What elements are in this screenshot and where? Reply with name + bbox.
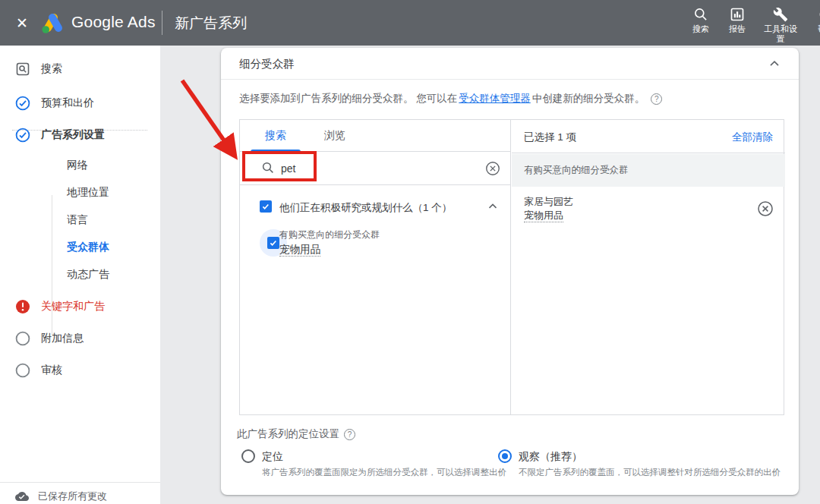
- selected-section-label: 有购买意向的细分受众群: [524, 164, 629, 177]
- sidebar-step-label: 广告系列设置: [41, 128, 105, 142]
- topbar-search-button[interactable]: 搜索: [681, 7, 721, 34]
- close-icon: ✕: [16, 14, 28, 32]
- topbar-search-label: 搜索: [692, 24, 709, 34]
- sidebar-step-label: 审核: [41, 364, 62, 377]
- group-checkbox[interactable]: [260, 200, 272, 213]
- chevron-up-icon: [486, 200, 500, 213]
- empty-circle-icon: [15, 331, 30, 346]
- subitem-label: 语言: [67, 213, 88, 227]
- description-prefix: 选择要添加到广告系列的细分受众群。 您可以在: [239, 92, 457, 106]
- picker-tabs: 搜索 浏览: [240, 120, 510, 152]
- result-item-category: 有购买意向的细分受众群: [279, 228, 380, 241]
- tab-label: 搜索: [265, 129, 286, 143]
- google-ads-logo-icon: [39, 11, 67, 34]
- help-icon[interactable]: ?: [651, 93, 662, 105]
- google-ads-logo: [39, 11, 67, 36]
- clear-all-button[interactable]: 全部清除: [732, 131, 773, 144]
- card-description: 选择要添加到广告系列的细分受众群。 您可以在受众群体管理器中创建新的细分受众群。…: [239, 92, 662, 106]
- help-glyph: ?: [348, 430, 352, 439]
- sidebar-step-campaign-settings[interactable]: 广告系列设置: [15, 125, 105, 145]
- sidebar-item-search[interactable]: 搜索: [15, 59, 62, 79]
- brand-name: Google Ads: [71, 13, 156, 31]
- audience-segments-card: 细分受众群 选择要添加到广告系列的细分受众群。 您可以在受众群体管理器中创建新的…: [221, 48, 799, 495]
- reports-icon: [730, 7, 745, 22]
- subitem-label: 动态广告: [67, 268, 109, 282]
- empty-circle-icon: [15, 363, 30, 378]
- selected-item-name[interactable]: 宠物用品: [524, 209, 563, 222]
- tab-browse[interactable]: 浏览: [310, 120, 360, 152]
- sidebar-step-budget[interactable]: 预算和出价: [15, 93, 94, 113]
- boxed-search-icon: [15, 61, 30, 77]
- audience-search-input[interactable]: [279, 159, 416, 178]
- check-circle-icon: [15, 128, 30, 143]
- sidebar-step-label: 预算和出价: [41, 96, 94, 110]
- group-collapse-button[interactable]: [486, 200, 500, 213]
- picker-right-column: 已选择 1 项 全部清除 有购买意向的细分受众群 家居与园艺 宠物用品: [512, 120, 785, 414]
- clear-search-button[interactable]: [484, 160, 501, 177]
- sidebar-step-keywords-ads[interactable]: 关键字和广告: [15, 297, 105, 317]
- subitem-label: 地理位置: [67, 186, 109, 200]
- sidebar-subitem-languages[interactable]: 语言: [67, 211, 88, 229]
- selected-header: 已选择 1 项 全部清除: [512, 120, 785, 153]
- check-circle-icon: [15, 96, 30, 111]
- circle-x-icon: [756, 200, 774, 218]
- radio-targeting[interactable]: [241, 449, 255, 463]
- description-suffix: 中创建新的细分受众群。: [532, 92, 645, 106]
- result-item-row[interactable]: 有购买意向的细分受众群 宠物用品: [248, 225, 506, 261]
- picker-left-column: 搜索 浏览: [240, 120, 511, 414]
- group-label: 他们正在积极研究或规划什么（1 个）: [279, 201, 452, 215]
- search-icon: [693, 7, 708, 22]
- result-group-row: 他们正在积极研究或规划什么（1 个）: [240, 194, 510, 220]
- sidebar-subitem-dynamic-ads[interactable]: 动态广告: [67, 266, 109, 284]
- search-row: [240, 152, 510, 185]
- card-header: 细分受众群: [221, 48, 799, 80]
- cloud-done-icon: [15, 490, 29, 503]
- remove-selected-button[interactable]: [756, 200, 774, 218]
- circle-x-icon: [484, 160, 501, 177]
- option-description: 不限定广告系列的覆盖面，可以选择调整针对所选细分受众群的出价: [519, 467, 781, 478]
- selected-item-text: 家居与园艺 宠物用品: [524, 195, 573, 222]
- topbar-reports-label: 报告: [729, 24, 746, 34]
- collapse-button[interactable]: [767, 56, 782, 71]
- chevron-up-icon: [767, 56, 782, 71]
- search-icon: [261, 161, 275, 175]
- save-status: 已保存所有更改: [15, 490, 107, 503]
- help-icon[interactable]: ?: [344, 429, 355, 440]
- result-item-name[interactable]: 宠物用品: [279, 244, 320, 257]
- item-checkbox[interactable]: [267, 237, 279, 249]
- topbar-reports-button[interactable]: 报告: [718, 7, 757, 34]
- top-app-bar: ✕ Google Ads 新广告系列 搜索 报告 工具和设置: [0, 0, 820, 46]
- topbar-help-button[interactable]: ? 帮助: [806, 7, 820, 34]
- checkmark-icon: [261, 202, 270, 211]
- radio-observation[interactable]: [498, 449, 512, 463]
- sidebar-subitem-locations[interactable]: 地理位置: [67, 184, 109, 202]
- targeting-setting-label: 此广告系列的定位设置 ?: [237, 427, 355, 441]
- page-title: 新广告系列: [175, 14, 247, 33]
- close-button[interactable]: ✕: [12, 13, 32, 33]
- help-glyph: ?: [654, 95, 659, 103]
- sidebar-step-review[interactable]: 审核: [15, 361, 62, 380]
- option-label: 观察（推荐）: [519, 450, 582, 462]
- error-icon: [15, 299, 30, 314]
- save-status-label: 已保存所有更改: [38, 490, 107, 503]
- selected-section-header: 有购买意向的细分受众群: [512, 154, 785, 187]
- sidebar-subitem-audiences[interactable]: 受众群体: [67, 238, 109, 257]
- sidebar-subitem-networks[interactable]: 网络: [67, 156, 88, 175]
- subitem-label: 受众群体: [67, 241, 109, 254]
- topbar-divider: [162, 11, 162, 35]
- sidebar-step-extensions[interactable]: 附加信息: [15, 329, 84, 348]
- sidebar-step-label: 关键字和广告: [41, 300, 105, 313]
- card-title: 细分受众群: [239, 57, 295, 71]
- option-label: 定位: [262, 450, 283, 462]
- topbar-tools-button[interactable]: 工具和设置: [761, 7, 800, 43]
- tab-search[interactable]: 搜索: [251, 120, 301, 152]
- tools-icon: [773, 7, 788, 22]
- checkmark-icon: [269, 238, 278, 247]
- selected-item-row: 家居与园艺 宠物用品: [512, 187, 785, 231]
- option-description: 将广告系列的覆盖面限定为所选细分受众群，可以选择调整出价: [262, 467, 506, 478]
- sidebar: 搜索 预算和出价 广告系列设置 网络 地理位置 语言 受众群体 动态广告: [0, 46, 160, 504]
- audience-manager-link[interactable]: 受众群体管理器: [459, 92, 531, 106]
- selected-item-path: 家居与园艺: [524, 195, 573, 209]
- topbar-tools-label: 工具和设置: [764, 24, 797, 43]
- sidebar-step-label: 附加信息: [41, 332, 84, 345]
